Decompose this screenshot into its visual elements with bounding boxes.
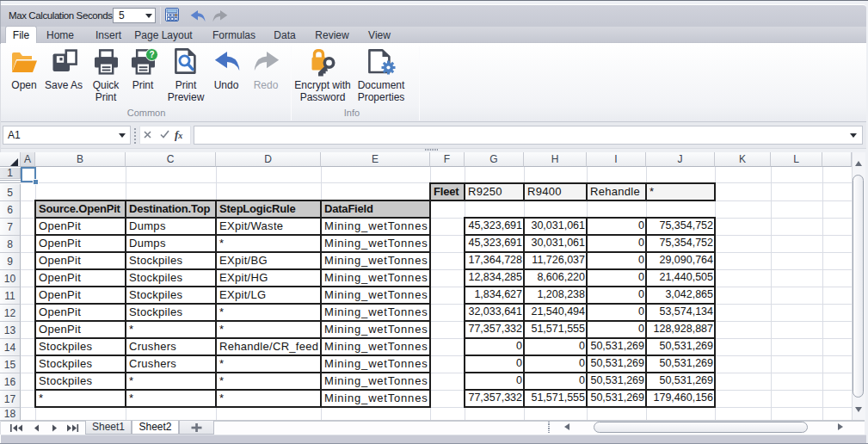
svg-text:?: ? [149, 50, 154, 59]
